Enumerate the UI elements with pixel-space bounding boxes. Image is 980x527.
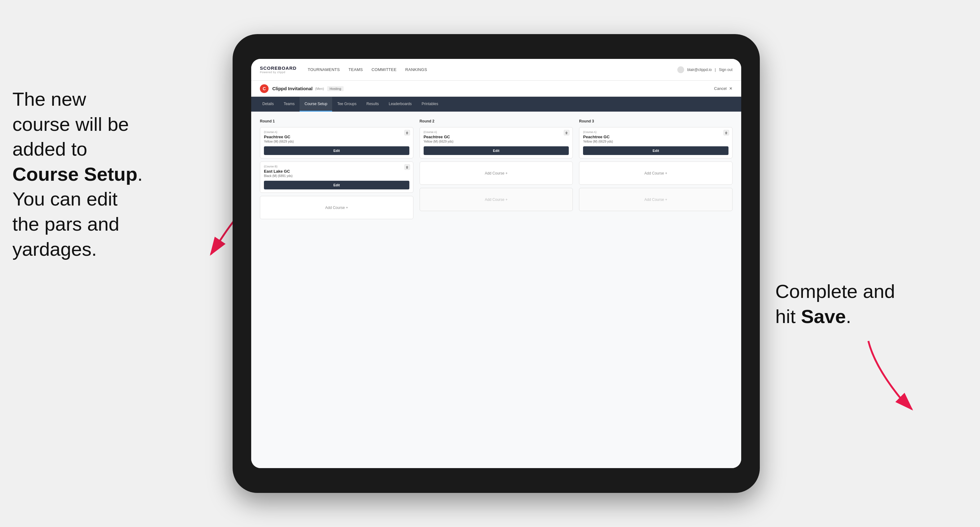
tab-details[interactable]: Details	[258, 97, 279, 112]
sub-nav-right: Cancel ✕	[714, 86, 732, 91]
round2-course-a-details: Yellow (M) (6629 yds)	[424, 140, 569, 143]
brand-subtitle: Powered by clippd	[260, 71, 296, 74]
round3-course-a-card: (Course A) Peachtree GC Yellow (M) (6629…	[579, 127, 732, 159]
round1-add-course[interactable]: Add Course +	[260, 196, 414, 219]
tournament-name: Clippd Invitational	[272, 86, 313, 91]
nav-separator: |	[715, 68, 716, 72]
nav-committee[interactable]: COMMITTEE	[372, 66, 397, 73]
round-1-column: Round 1 (Course A) Peachtree GC Yellow (…	[260, 119, 414, 222]
round2-course-a-card: (Course A) Peachtree GC Yellow (M) (6629…	[420, 127, 573, 159]
round1-course-a-badge: (Course A)	[264, 130, 409, 133]
round1-course-a-delete[interactable]: 🗑	[404, 130, 410, 135]
round2-add-course-disabled-text: Add Course +	[485, 197, 508, 202]
round1-course-b-name: East Lake GC	[264, 169, 409, 174]
nav-right: blair@clippd.io | Sign out	[677, 66, 732, 73]
tournament-gender: (Men)	[315, 87, 324, 90]
round1-course-a-name: Peachtree GC	[264, 135, 409, 139]
round1-course-b-badge: (Course B)	[264, 165, 409, 168]
round1-course-b-card: (Course B) East Lake GC Black (M) (6891 …	[260, 162, 414, 193]
tab-results[interactable]: Results	[361, 97, 383, 112]
round2-course-a-name: Peachtree GC	[424, 135, 569, 139]
nav-links: TOURNAMENTS TEAMS COMMITTEE RANKINGS	[308, 66, 677, 73]
round3-course-a-delete[interactable]: 🗑	[724, 130, 729, 135]
round3-add-course[interactable]: Add Course +	[579, 162, 732, 185]
tab-tee-groups[interactable]: Tee Groups	[332, 97, 361, 112]
round3-course-a-details: Yellow (M) (6629 yds)	[583, 140, 729, 143]
round2-add-course[interactable]: Add Course +	[420, 162, 573, 185]
tab-course-setup[interactable]: Course Setup	[299, 97, 332, 112]
tab-bar: Details Teams Course Setup Tee Groups Re…	[251, 97, 741, 112]
round2-add-course-text: Add Course +	[485, 171, 508, 175]
arrow-right	[837, 335, 931, 415]
round-3-column: Round 3 (Course A) Peachtree GC Yellow (…	[579, 119, 732, 222]
round3-add-course-text: Add Course +	[644, 171, 667, 175]
tournament-logo: C	[260, 84, 269, 93]
tab-leaderboards[interactable]: Leaderboards	[383, 97, 417, 112]
round2-add-course-disabled: Add Course +	[420, 188, 573, 211]
nav-tournaments[interactable]: TOURNAMENTS	[308, 66, 340, 73]
tablet-screen: SCOREBOARD Powered by clippd TOURNAMENTS…	[251, 59, 741, 468]
main-content: Round 1 (Course A) Peachtree GC Yellow (…	[251, 112, 741, 468]
cancel-icon[interactable]: ✕	[729, 86, 732, 91]
round-3-label: Round 3	[579, 119, 732, 123]
tablet-frame: SCOREBOARD Powered by clippd TOURNAMENTS…	[232, 34, 760, 493]
nav-avatar	[677, 66, 684, 73]
round1-add-course-text: Add Course +	[325, 206, 348, 210]
round1-course-a-edit[interactable]: Edit	[264, 146, 409, 155]
top-nav: SCOREBOARD Powered by clippd TOURNAMENTS…	[251, 59, 741, 81]
round-2-column: Round 2 (Course A) Peachtree GC Yellow (…	[420, 119, 573, 222]
round1-course-a-details: Yellow (M) (6629 yds)	[264, 140, 409, 143]
right-annotation: Complete and hit Save.	[775, 279, 955, 329]
round-2-label: Round 2	[420, 119, 573, 123]
sign-out-link[interactable]: Sign out	[719, 68, 732, 72]
brand-title: SCOREBOARD	[260, 65, 296, 71]
round3-add-course-disabled-text: Add Course +	[644, 197, 667, 202]
round3-course-a-name: Peachtree GC	[583, 135, 729, 139]
user-email: blair@clippd.io	[687, 68, 712, 72]
cancel-label[interactable]: Cancel	[714, 86, 727, 91]
round2-course-a-edit[interactable]: Edit	[424, 146, 569, 155]
round1-course-b-delete[interactable]: 🗑	[404, 164, 410, 170]
nav-rankings[interactable]: RANKINGS	[405, 66, 427, 73]
hosting-badge: Hosting	[327, 86, 344, 91]
round1-course-b-edit[interactable]: Edit	[264, 181, 409, 189]
round2-course-a-badge: (Course A)	[424, 130, 569, 133]
tab-printables[interactable]: Printables	[417, 97, 443, 112]
round3-add-course-disabled: Add Course +	[579, 188, 732, 211]
round3-course-a-badge: (Course A)	[583, 130, 729, 133]
round2-course-a-delete[interactable]: 🗑	[564, 130, 570, 135]
round-1-label: Round 1	[260, 119, 414, 123]
tab-teams[interactable]: Teams	[279, 97, 299, 112]
round1-course-b-details: Black (M) (6891 yds)	[264, 174, 409, 178]
nav-teams[interactable]: TEAMS	[348, 66, 363, 73]
rounds-container: Round 1 (Course A) Peachtree GC Yellow (…	[260, 119, 732, 222]
sub-nav: C Clippd Invitational (Men) Hosting Canc…	[251, 81, 741, 97]
round3-course-a-edit[interactable]: Edit	[583, 146, 729, 155]
round1-course-a-card: (Course A) Peachtree GC Yellow (M) (6629…	[260, 127, 414, 159]
brand: SCOREBOARD Powered by clippd	[260, 65, 296, 74]
